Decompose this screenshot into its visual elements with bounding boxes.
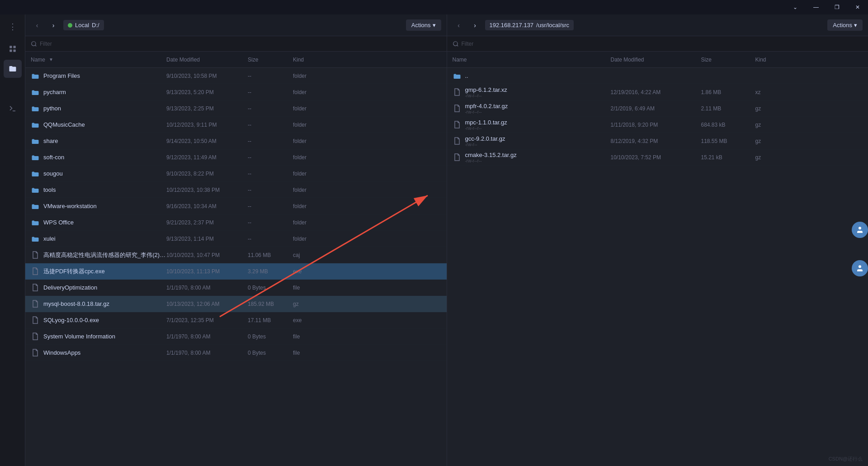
left-actions-button[interactable]: Actions ▾ xyxy=(406,19,441,31)
floating-avatar-1[interactable] xyxy=(852,222,868,238)
file-name: pycharm xyxy=(43,89,166,95)
left-actions-label: Actions xyxy=(411,22,431,29)
file-kind: file xyxy=(293,350,329,356)
sidebar-item-terminal[interactable] xyxy=(4,100,22,118)
file-date: 9/13/2023, 5:20 PM xyxy=(166,89,248,95)
file-size: 3.29 MB xyxy=(248,268,293,275)
file-kind: gz xyxy=(755,138,792,144)
folder-icon xyxy=(453,71,462,81)
file-name: python xyxy=(43,105,166,112)
file-kind: gz xyxy=(755,122,792,128)
file-icon xyxy=(453,88,462,97)
title-bar: ⌄ — ❐ ✕ xyxy=(0,0,868,14)
table-row[interactable]: WPS Office9/21/2023, 2:37 PM--folder xyxy=(25,214,447,231)
folder-icon xyxy=(31,169,40,178)
file-date: 7/1/2023, 12:35 PM xyxy=(166,317,248,323)
file-kind: gz xyxy=(293,301,329,307)
table-row[interactable]: QQMusicCache10/12/2023, 9:11 PM--folder xyxy=(25,117,447,133)
table-row[interactable]: cmake-3.15.2.tar.gz-rw-r--r--10/10/2023,… xyxy=(447,149,868,166)
avatar-icon-1 xyxy=(856,226,864,234)
table-row[interactable]: Program Files9/10/2023, 10:58 PM--folder xyxy=(25,68,447,84)
table-row[interactable]: python9/13/2023, 2:25 PM--folder xyxy=(25,100,447,117)
file-kind: folder xyxy=(293,138,329,144)
file-date: 9/13/2023, 1:14 PM xyxy=(166,236,248,242)
right-forward-button[interactable]: › xyxy=(469,19,481,32)
table-row[interactable]: 迅捷PDF转换器cpc.exe10/10/2023, 11:13 PM3.29 … xyxy=(25,263,447,280)
table-row[interactable]: pycharm9/13/2023, 5:20 PM--folder xyxy=(25,84,447,100)
file-size: 11.06 MB xyxy=(248,252,293,258)
table-row[interactable]: DeliveryOptimization1/1/1970, 8:00 AM0 B… xyxy=(25,280,447,296)
left-back-button[interactable]: ‹ xyxy=(31,19,43,32)
maximize-button[interactable]: ❐ xyxy=(826,0,847,14)
table-row[interactable]: sougou9/10/2023, 8:22 PM--folder xyxy=(25,166,447,182)
table-row[interactable]: mpfr-4.0.2.tar.gz-rw-r--r--2/1/2019, 6:4… xyxy=(447,100,868,117)
table-row[interactable]: gcc-9.2.0.tar.gz-rw-r--8/12/2019, 4:32 P… xyxy=(447,133,868,149)
file-date: 9/10/2023, 10:58 PM xyxy=(166,73,248,79)
left-pane: ‹ › Local D:/ Actions ▾ Filter xyxy=(25,14,447,466)
svg-point-7 xyxy=(453,41,457,45)
file-kind: folder xyxy=(293,89,329,95)
sidebar-item-transfer[interactable] xyxy=(4,80,22,98)
table-row[interactable]: mpc-1.1.0.tar.gz-rw-r--r--1/11/2018, 9:2… xyxy=(447,117,868,133)
file-name: DeliveryOptimization xyxy=(43,284,166,291)
left-location: Local D:/ xyxy=(63,20,104,30)
table-row[interactable]: System Volume Information1/1/1970, 8:00 … xyxy=(25,328,447,345)
file-date: 10/12/2023, 10:38 PM xyxy=(166,187,248,193)
right-pane: ‹ › 192.168.217.137 /usr/local/src Actio… xyxy=(447,14,868,466)
file-name: QQMusicCache xyxy=(43,121,166,128)
table-row[interactable]: xulei9/13/2023, 1:14 PM--folder xyxy=(25,231,447,247)
file-name: 高精度高稳定性电涡流传感器的研究_李伟(2).caj xyxy=(43,251,166,259)
floating-avatar-2[interactable] xyxy=(852,260,868,276)
table-row[interactable]: .. xyxy=(447,68,868,84)
table-row[interactable]: VMware-workstation9/16/2023, 10:34 AM--f… xyxy=(25,198,447,214)
file-kind: caj xyxy=(293,252,329,258)
file-size: -- xyxy=(248,154,293,161)
file-date: 1/11/2018, 9:20 PM xyxy=(611,122,701,128)
local-path: D:/ xyxy=(92,22,99,29)
right-col-date: Date Modified xyxy=(611,57,701,63)
file-date: 8/12/2019, 4:32 PM xyxy=(611,138,701,144)
file-icon xyxy=(453,104,462,113)
folder-icon xyxy=(31,153,40,162)
local-status-dot xyxy=(68,23,72,28)
table-row[interactable]: share9/14/2023, 10:50 AM--folder xyxy=(25,133,447,149)
table-row[interactable]: tools10/12/2023, 10:38 PM--folder xyxy=(25,182,447,198)
right-back-button[interactable]: ‹ xyxy=(453,19,465,32)
file-size: -- xyxy=(248,219,293,226)
folder-icon xyxy=(31,71,40,81)
file-name: SQLyog-10.0.0-0.exe xyxy=(43,317,166,323)
file-permissions: -rw-r--r-- xyxy=(465,93,611,98)
file-icon xyxy=(31,316,40,325)
file-size: 0 Bytes xyxy=(248,350,293,356)
right-table-header: Name Date Modified Size Kind xyxy=(447,52,868,68)
left-forward-button[interactable]: › xyxy=(47,19,60,32)
folder-icon xyxy=(31,120,40,129)
right-actions-button[interactable]: Actions ▾ xyxy=(827,19,863,31)
folder-icon xyxy=(31,185,40,195)
sidebar-item-files[interactable] xyxy=(4,60,22,78)
file-date: 1/1/1970, 8:00 AM xyxy=(166,285,248,291)
right-filter-label[interactable]: Filter xyxy=(462,41,474,47)
table-row[interactable]: gmp-6.1.2.tar.xz-rw-r--r--12/19/2016, 4:… xyxy=(447,84,868,100)
minimize-button[interactable]: — xyxy=(806,0,826,14)
file-name: xulei xyxy=(43,235,166,242)
right-toolbar: ‹ › 192.168.217.137 /usr/local/src Actio… xyxy=(447,14,868,36)
close-button[interactable]: ✕ xyxy=(847,0,868,14)
sidebar-item-grid[interactable] xyxy=(4,40,22,58)
table-row[interactable]: WindowsApps1/1/1970, 8:00 AM0 Bytesfile xyxy=(25,345,447,361)
file-icon xyxy=(31,332,40,341)
file-kind: folder xyxy=(293,203,329,209)
file-icon xyxy=(31,251,40,260)
table-row[interactable]: soft-con9/12/2023, 11:49 AM--folder xyxy=(25,149,447,166)
sidebar-menu-dots[interactable]: ⋮ xyxy=(5,18,20,35)
file-kind: folder xyxy=(293,171,329,177)
file-date: 10/10/2023, 11:13 PM xyxy=(166,268,248,275)
file-date: 10/10/2023, 10:47 PM xyxy=(166,252,248,258)
table-row[interactable]: 高精度高稳定性电涡流传感器的研究_李伟(2).caj10/10/2023, 10… xyxy=(25,247,447,263)
collapse-button[interactable]: ⌄ xyxy=(785,0,806,14)
table-row[interactable]: SQLyog-10.0.0-0.exe7/1/2023, 12:35 PM17.… xyxy=(25,312,447,328)
left-filter-label[interactable]: Filter xyxy=(40,41,52,47)
table-row[interactable]: mysql-boost-8.0.18.tar.gz10/13/2023, 12:… xyxy=(25,296,447,312)
file-kind: folder xyxy=(293,105,329,112)
file-size: -- xyxy=(248,138,293,144)
